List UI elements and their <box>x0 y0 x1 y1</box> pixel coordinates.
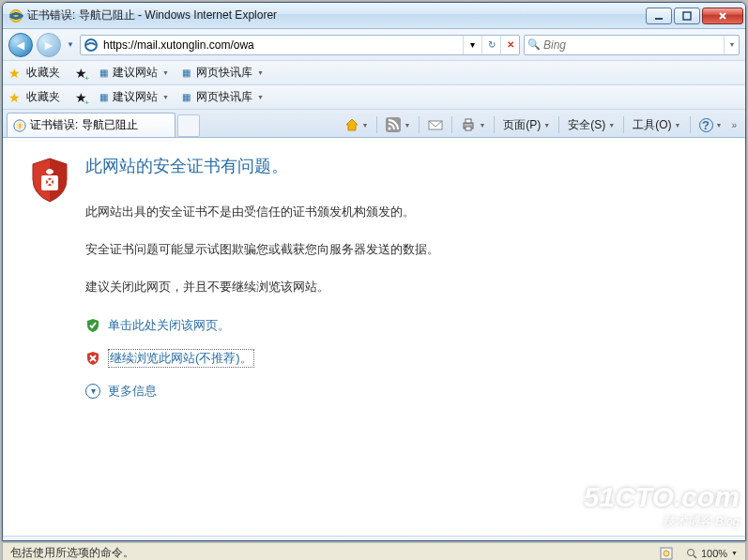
expand-icon: ▾ <box>85 384 100 399</box>
feeds-button[interactable]: ▼ <box>381 114 415 135</box>
close-button[interactable] <box>702 8 743 24</box>
chevron-down-icon: ▼ <box>257 69 264 76</box>
svg-line-30 <box>694 555 696 558</box>
active-tab[interactable]: ! 证书错误: 导航已阻止 <box>7 113 176 137</box>
navigation-bar: ◄ ► ▼ ▾ ↻ ✕ 🔍 ▾ <box>3 29 745 61</box>
help-icon: ? <box>699 118 713 132</box>
suggested-sites-link[interactable]: ▦ 建议网站 ▼ <box>93 63 173 83</box>
ie-logo-icon <box>8 8 23 23</box>
web-slice-label: 网页快讯库 <box>196 65 252 81</box>
ie-page-icon: ▦ <box>180 67 193 80</box>
refresh-button[interactable]: ↻ <box>481 36 500 54</box>
history-dropdown[interactable]: ▼ <box>65 34 76 56</box>
watermark: 51CTO.com 技术博客 Blog <box>584 481 740 530</box>
web-slice-gallery-link[interactable]: ▦ 网页快讯库 ▼ <box>176 63 267 83</box>
url-input[interactable] <box>101 38 463 52</box>
content-area: 此网站的安全证书有问题。 此网站出具的安全证书不是由受信任的证书颁发机构颁发的。… <box>3 138 745 536</box>
tools-menu[interactable]: 工具(O) ▼ <box>628 114 685 135</box>
chevron-down-icon: ▼ <box>162 69 169 76</box>
maximize-button[interactable] <box>674 8 700 24</box>
add-favorite-icon[interactable]: ★+ <box>75 66 87 81</box>
home-button[interactable]: ▼ <box>340 114 374 135</box>
page-menu[interactable]: 页面(P) ▼ <box>498 114 555 135</box>
read-mail-button[interactable] <box>423 114 448 135</box>
chevron-down-icon: ▼ <box>362 122 369 129</box>
watermark-sub: 技术博客 Blog <box>584 513 740 530</box>
web-slice-label: 网页快讯库 <box>196 89 252 105</box>
page-icon <box>84 38 99 53</box>
svg-rect-14 <box>466 127 471 130</box>
continue-link[interactable]: 继续浏览此网站(不推荐)。 <box>108 349 254 368</box>
chevron-down-icon: ▼ <box>162 94 169 100</box>
zoom-control[interactable]: 100% ▼ <box>686 548 738 559</box>
web-slice-gallery-link[interactable]: ▦ 网页快讯库 ▼ <box>176 87 267 107</box>
separator <box>494 116 495 133</box>
watermark-main: 51CTO.com <box>584 481 740 512</box>
window-controls <box>646 8 743 24</box>
add-favorite-icon[interactable]: ★+ <box>75 90 87 105</box>
ie-page-icon: ▦ <box>97 91 110 104</box>
more-info-label: 更多信息 <box>108 383 157 400</box>
svg-rect-13 <box>466 119 471 123</box>
search-input[interactable] <box>543 38 724 52</box>
svg-rect-2 <box>683 12 691 20</box>
zoom-control[interactable]: 100% ▼ <box>686 541 738 542</box>
svg-point-28 <box>664 551 669 556</box>
search-dropdown[interactable]: ▾ <box>724 36 739 54</box>
close-page-link[interactable]: 单击此处关闭该网页。 <box>108 317 230 334</box>
titlebar: 证书错误: 导航已阻止 - Windows Internet Explorer <box>3 3 745 29</box>
cert-warning-icon: ! <box>13 119 26 132</box>
favorites-label[interactable]: 收藏夹 <box>26 89 60 105</box>
back-button[interactable]: ◄ <box>8 33 33 57</box>
stop-button[interactable]: ✕ <box>500 36 519 54</box>
svg-rect-23 <box>661 541 672 542</box>
print-button[interactable]: ▼ <box>456 114 490 135</box>
tab-title: 证书错误: 导航已阻止 <box>30 117 138 133</box>
page-menu-label: 页面(P) <box>503 117 541 133</box>
search-icon: 🔍 <box>525 38 543 51</box>
help-menu[interactable]: ? ▼ <box>695 114 727 135</box>
zoom-level: 100% <box>701 548 727 559</box>
chevron-down-icon: ▼ <box>543 122 550 129</box>
favorites-bar-1: ★ 收藏夹 ★+ ▦ 建议网站 ▼ ▦ 网页快讯库 ▼ <box>3 61 745 85</box>
svg-point-29 <box>687 549 694 555</box>
cert-error-heading: 此网站的安全证书有问题。 <box>85 155 726 177</box>
cert-error-p3: 建议关闭此网页，并且不要继续浏览该网站。 <box>85 279 726 295</box>
shield-bad-icon <box>85 351 100 366</box>
search-bar: 🔍 ▾ <box>524 35 740 55</box>
ie-page-icon: ▦ <box>97 67 110 80</box>
ie-window: 证书错误: 导航已阻止 - Windows Internet Explorer … <box>2 2 746 541</box>
safety-menu[interactable]: 安全(S) ▼ <box>563 114 619 135</box>
svg-rect-9 <box>386 117 401 132</box>
chevron-down-icon: ▼ <box>675 122 681 129</box>
shield-ok-icon <box>85 318 100 333</box>
favorites-star-icon[interactable]: ★ <box>8 90 21 105</box>
svg-point-16 <box>47 169 53 174</box>
zoom-level: 100% <box>701 541 727 542</box>
new-tab-button[interactable] <box>177 114 200 137</box>
chevron-down-icon: ▼ <box>404 122 410 129</box>
status-bar-upper: 100% ▼ <box>3 536 745 541</box>
more-info-row[interactable]: ▾ 更多信息 <box>85 383 726 400</box>
separator <box>558 116 559 133</box>
suggested-sites-link[interactable]: ▦ 建议网站 ▼ <box>93 87 173 107</box>
favorites-label[interactable]: 收藏夹 <box>26 65 60 81</box>
forward-button[interactable]: ► <box>37 33 61 57</box>
tab-strip: ! 证书错误: 导航已阻止 ▼ ▼ ▼ 页 <box>3 110 745 138</box>
overflow-chevron[interactable]: » <box>728 120 740 130</box>
command-bar: ▼ ▼ ▼ 页面(P) ▼ 安全(S) ▼ 工具(O) ▼ ? ▼ <box>340 114 745 137</box>
chevron-down-icon: ▼ <box>608 122 615 129</box>
suggested-sites-label: 建议网站 <box>113 89 158 105</box>
separator <box>623 116 624 133</box>
chevron-down-icon: ▼ <box>257 94 264 100</box>
shield-icon <box>29 157 70 206</box>
zone-indicator[interactable] <box>660 547 673 560</box>
favorites-star-icon[interactable]: ★ <box>8 66 21 81</box>
minimize-button[interactable] <box>646 8 672 24</box>
zone-indicator[interactable] <box>660 540 673 542</box>
url-dropdown[interactable]: ▾ <box>463 36 481 54</box>
separator <box>376 116 377 133</box>
safety-menu-label: 安全(S) <box>568 117 605 133</box>
separator <box>419 116 420 133</box>
cert-error-body: 此网站的安全证书有问题。 此网站出具的安全证书不是由受信任的证书颁发机构颁发的。… <box>85 155 726 400</box>
